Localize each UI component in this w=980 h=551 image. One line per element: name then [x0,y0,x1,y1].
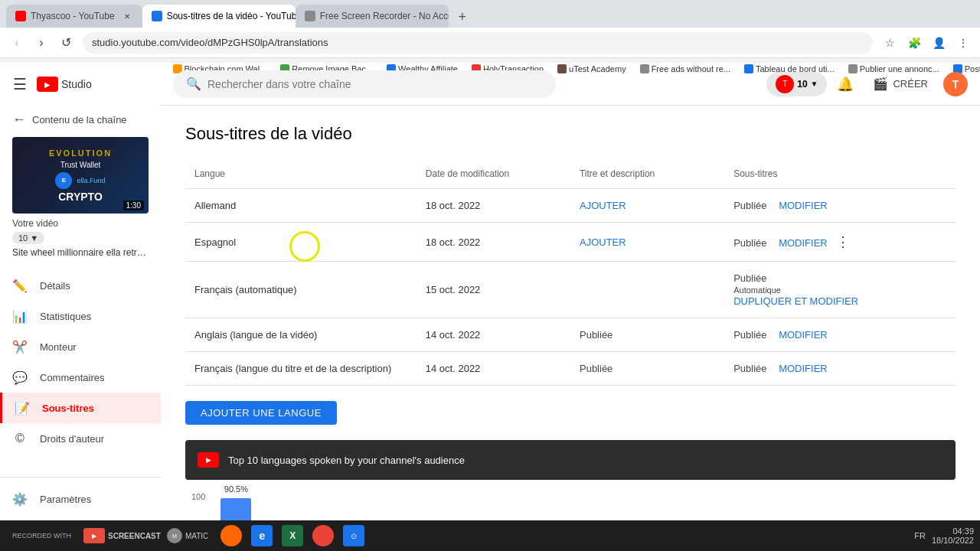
details-icon: ✏️ [12,278,28,293]
notification-button[interactable]: 🔔 [833,72,858,96]
row3-langue: Français (automatique) [185,262,416,318]
bar-fr-label: 90.5% [224,484,248,494]
row2-more-btn[interactable]: ⋮ [836,234,850,249]
th-titre: Titre et description [570,162,724,189]
row5-modifier-btn[interactable]: MODIFIER [779,363,828,374]
taskbar-screencast-logo[interactable]: ▶ SCREENCAST M MATIC [83,528,208,543]
studio-text: Studio [61,78,92,90]
taskbar-screencast[interactable]: RECORDED WITH [6,529,77,543]
video-info: Votre vidéo 10 ▼ Site wheel millionnaire… [12,218,149,258]
table-body: Allemand 18 oct. 2022 AJOUTER Publiée MO… [185,189,956,386]
back-button[interactable]: ‹ [6,32,28,54]
channel-icon-text: T [782,80,787,88]
subscriber-count-badge[interactable]: T 10 ▼ [766,72,827,96]
monteur-icon: ✂️ [12,339,28,354]
sidebar-item-commentaires[interactable]: 💬 Commentaires [0,362,161,393]
table-header-row: Langue Date de modification Titre et des… [185,162,956,189]
row3-dupliquer-btn[interactable]: DUPLIQUER ET MODIFIER [733,295,858,307]
sidebar-item-sous-titres[interactable]: 📝 Sous-titres [0,393,161,423]
channel-back-button[interactable]: ← Contenu de la chaîne [0,106,161,131]
table-row: Allemand 18 oct. 2022 AJOUTER Publiée MO… [185,189,956,223]
row1-ajouter-btn[interactable]: AJOUTER [580,200,626,211]
statistics-icon: 📊 [12,308,28,324]
subtitle-table: Langue Date de modification Titre et des… [185,162,956,386]
new-tab-button[interactable]: + [452,6,473,28]
droits-icon: © [12,431,28,446]
row4-titre-status: Publiée [580,329,612,341]
row2-langue: Espagnol [185,223,416,262]
row5-titre-status: Publiée [580,363,612,374]
sidebar-item-droits[interactable]: © Droits d'auteur [0,423,161,454]
tab-1[interactable]: Thyascoo - YouTube ✕ [6,5,142,28]
sidebar-item-details[interactable]: ✏️ Détails [0,270,161,301]
taskbar-excel-icon[interactable]: X [282,525,303,546]
row1-sub: Publiée MODIFIER [724,189,956,223]
details-label: Détails [40,280,70,292]
extensions-button[interactable]: 🧩 [903,32,925,54]
back-arrow-icon: ← [12,112,26,128]
row3-auto-label: Automatique [733,285,781,295]
address-bar[interactable]: studio.youtube.com/video/dMPzGHS0lpA/tra… [83,32,873,54]
refresh-button[interactable]: ↺ [55,32,77,54]
sous-titres-icon: 📝 [15,400,30,416]
views-arrow: ▼ [30,233,38,243]
sidebar-item-parametres[interactable]: ⚙️ Paramètres [0,484,161,514]
row5-sub: Publiée MODIFIER [724,352,956,386]
app-container: ☰ Studio ← Contenu de la chaîne EVOLUTIO… [0,63,980,551]
row5-langue: Français (langue du titre et de la descr… [185,352,416,386]
row5-titre: Publiée [570,352,724,386]
channel-icon: T [776,75,794,93]
youtube-logo-icon [37,77,58,92]
menu-button[interactable]: ⋮ [952,32,974,54]
recorded-with-text: RECORDED WITH [12,532,71,540]
tab-3[interactable]: Free Screen Recorder - No Acco... ✕ [296,5,449,28]
row5-date: 14 oct. 2022 [416,352,570,386]
studio-label: Studio [61,78,92,90]
matic-label: MATIC [185,532,208,540]
search-input[interactable] [207,78,543,90]
subscriber-count: 10 [797,79,807,90]
taskbar-ie-icon[interactable]: e [251,525,273,546]
forward-button[interactable]: › [31,32,52,54]
row2-ajouter-btn[interactable]: AJOUTER [580,236,626,248]
taskbar-firefox-icon[interactable] [220,525,242,546]
views-badge[interactable]: 10 ▼ [12,232,44,244]
sidebar-item-statistics[interactable]: 📊 Statistiques [0,301,161,331]
hamburger-icon[interactable]: ☰ [9,75,31,93]
thumb-ella-text: E [62,177,66,184]
y-100: 100 [191,492,205,501]
row2-modifier-btn[interactable]: MODIFIER [779,237,828,249]
tab-3-label: Free Screen Recorder - No Acco... [320,11,449,21]
thumb-trust-wallet: Trust Wallet [60,161,101,169]
table-row: Espagnol 18 oct. 2022 AJOUTER Publiée MO… [185,223,956,262]
parametres-icon: ⚙️ [12,491,28,507]
sidebar-item-monteur[interactable]: ✂️ Monteur [0,331,161,362]
th-date: Date de modification [416,162,570,189]
tab-1-close[interactable]: ✕ [121,10,133,22]
bookmark-button[interactable]: ☆ [879,32,900,54]
row1-titre: AJOUTER [570,189,724,223]
taskbar-chrome-icon[interactable] [312,525,334,546]
taskbar-left: RECORDED WITH ▶ SCREENCAST M MATIC e X ⊙ [0,525,371,546]
topbar-actions: T 10 ▼ 🔔 🎬 CRÉER T [766,72,968,96]
taskbar-clock: 04:39 18/10/2022 [932,527,974,545]
main-area: 🔍 T 10 ▼ 🔔 🎬 CRÉER T [161,63,980,551]
user-avatar[interactable]: T [943,72,968,96]
row3-status: Publiée [733,272,766,284]
tab-1-icon [15,11,26,21]
video-title: Site wheel millionnaire ella retrait cry… [12,247,149,258]
row4-modifier-btn[interactable]: MODIFIER [779,329,828,341]
row1-modifier-btn[interactable]: MODIFIER [779,200,828,211]
tab-3-icon [305,11,315,21]
tab-2[interactable]: Sous-titres de la vidéo - YouTub... ✕ [142,5,296,28]
search-bar[interactable]: 🔍 [173,70,556,98]
profile-button[interactable]: 👤 [928,32,949,54]
thumb-placeholder: EVOLUTION Trust Wallet E ella.Fund CRYPT… [12,137,149,214]
video-thumbnail[interactable]: EVOLUTION Trust Wallet E ella.Fund CRYPT… [12,137,149,214]
create-button[interactable]: 🎬 CRÉER [864,72,937,96]
add-language-button[interactable]: AJOUTER UNE LANGUE [185,401,337,425]
main-content: Sous-titres de la vidéo Langue Date de m… [161,106,980,551]
taskbar-app5-icon[interactable]: ⊙ [343,525,364,546]
row2-titre: AJOUTER [570,223,724,262]
search-icon: 🔍 [186,77,201,91]
